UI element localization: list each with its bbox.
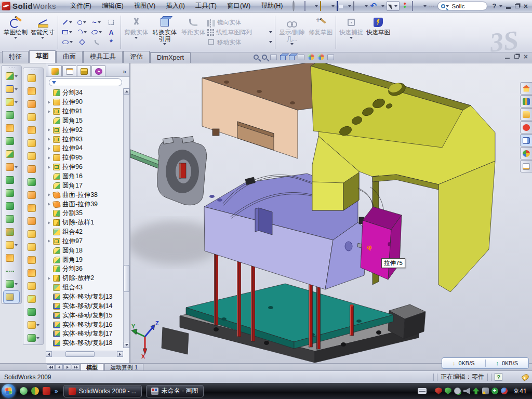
menu-item[interactable]: 工具(T) — [191, 1, 221, 11]
smart-dimension-button[interactable]: 智能尺寸 — [29, 14, 56, 51]
toolbar-button[interactable] — [23, 163, 43, 176]
feature-tree-item[interactable]: 分割36 — [48, 264, 124, 274]
display-delete-relations-button[interactable]: 显示/删除几... — [277, 14, 307, 51]
select-dropdown-icon[interactable] — [394, 5, 397, 7]
tray-icon[interactable] — [445, 388, 451, 394]
dropdown-icon[interactable] — [36, 337, 39, 339]
command-tab[interactable]: 草图 — [29, 50, 56, 63]
tray-icon[interactable] — [473, 388, 480, 394]
toolbar-button[interactable] — [23, 215, 43, 228]
menu-item[interactable]: 帮助(H) — [256, 1, 287, 11]
tray-icon[interactable] — [463, 388, 470, 394]
feature-tree-item[interactable]: 切除-放样1 — [48, 218, 124, 228]
scroll-right-button[interactable] — [117, 351, 123, 357]
toolbar-button[interactable] — [2, 96, 21, 109]
quick-launch-icon[interactable] — [43, 387, 50, 395]
rectangle-dropdown-icon[interactable] — [69, 31, 72, 33]
keyboard-layout-icon[interactable] — [418, 388, 427, 394]
save-dropdown-icon[interactable] — [348, 5, 351, 7]
task-pane-tab[interactable] — [520, 147, 532, 159]
search-dropdown-icon[interactable] — [446, 5, 449, 7]
expand-arrow-icon[interactable] — [48, 277, 53, 280]
search-input[interactable]: Solic — [451, 3, 464, 9]
task-button[interactable]: SolidWorks 2009 - ... — [63, 385, 142, 397]
toolbar-button[interactable] — [2, 187, 21, 200]
toolbar-button[interactable] — [2, 225, 21, 238]
slot-tool[interactable] — [61, 38, 74, 46]
toolbar-button[interactable] — [23, 280, 43, 292]
feature-tree-item[interactable]: 拉伸94 — [48, 144, 124, 153]
view-tool-icon[interactable] — [262, 55, 267, 60]
feature-tree-item[interactable]: 拉伸96 — [48, 163, 124, 172]
prev-tab-button[interactable] — [55, 364, 63, 370]
feature-tree-item[interactable]: 实体-移动/复制18 — [48, 339, 124, 348]
toolbar-button[interactable] — [2, 174, 21, 187]
toolbar-button[interactable] — [23, 292, 43, 305]
feature-tree-item[interactable]: 实体-移动/复制15 — [48, 311, 124, 320]
toolbar-button[interactable] — [2, 251, 21, 264]
dropdown-icon[interactable] — [15, 101, 18, 103]
next-tab-button[interactable] — [63, 364, 71, 370]
toolbar-button[interactable] — [2, 122, 21, 135]
tray-icon[interactable] — [435, 388, 442, 394]
feature-tree-item[interactable]: 拉伸97 — [48, 237, 124, 246]
view-tool-icon[interactable] — [327, 55, 334, 60]
feature-tree-item[interactable]: 拉伸90 — [48, 98, 124, 107]
toolbar-button[interactable] — [23, 85, 43, 98]
rapid-sketch-button[interactable]: 快速草图 — [365, 14, 392, 51]
document-tab[interactable]: 模型 — [81, 364, 103, 370]
expand-arrow-icon[interactable] — [48, 138, 53, 141]
start-button[interactable] — [2, 384, 16, 398]
toolbar-button[interactable] — [23, 228, 43, 241]
tray-icon[interactable] — [491, 388, 498, 394]
task-pane-tab[interactable] — [520, 160, 532, 172]
toolbar-button[interactable] — [2, 135, 21, 148]
command-tab[interactable]: 模具工具 — [83, 51, 123, 63]
move-entities-button[interactable]: 移动实体 — [207, 38, 273, 47]
tab-configuration-manager[interactable] — [77, 65, 91, 76]
doc-minimize-icon[interactable] — [505, 58, 510, 59]
ellipse-tool[interactable] — [90, 28, 103, 36]
toolbar-button[interactable] — [23, 202, 43, 215]
scroll-up-button[interactable] — [124, 88, 129, 95]
ellipse-dropdown-icon[interactable] — [99, 31, 102, 33]
last-tab-button[interactable] — [72, 364, 79, 370]
feature-tree-item[interactable]: 拉伸95 — [48, 153, 124, 163]
scroll-down-button[interactable] — [124, 342, 129, 348]
tree-horizontal-scrollbar[interactable] — [46, 351, 123, 357]
tray-icon[interactable] — [482, 388, 489, 394]
menu-item[interactable]: 文件(F) — [65, 1, 96, 11]
open-dropdown-icon[interactable] — [331, 5, 335, 7]
expand-arrow-icon[interactable] — [48, 240, 53, 243]
line-tool[interactable] — [61, 18, 74, 26]
first-tab-button[interactable] — [47, 364, 55, 370]
command-tab[interactable]: DimXpert — [150, 52, 191, 63]
task-pane-tab[interactable] — [520, 82, 532, 95]
sketch-button[interactable]: 草图绘制 — [2, 14, 29, 51]
quick-tips-button[interactable]: ? — [495, 373, 502, 381]
save-icon[interactable] — [337, 1, 338, 11]
toolbar-button[interactable] — [23, 318, 43, 331]
toolbar-button[interactable] — [23, 305, 43, 318]
tab-feature-tree[interactable] — [48, 65, 62, 76]
feature-tree-item[interactable]: 组合43 — [48, 283, 124, 292]
expand-arrow-icon[interactable] — [48, 203, 53, 206]
feature-tree-item[interactable]: 切除-放样2 — [48, 274, 124, 283]
toolbar-button[interactable] — [2, 264, 21, 277]
convert-dropdown-icon[interactable] — [163, 43, 166, 45]
panel-expand-icon[interactable]: » — [121, 68, 128, 76]
options-icon[interactable] — [412, 1, 413, 11]
feature-tree-item[interactable]: 分割34 — [48, 88, 124, 98]
select-tool[interactable] — [387, 1, 400, 11]
undo-icon[interactable]: ↶ — [370, 2, 379, 10]
convert-entities-button[interactable]: 转换实体引用 — [150, 14, 180, 51]
feature-tree-item[interactable]: 圆角19 — [48, 255, 124, 264]
expand-arrow-icon[interactable] — [48, 156, 53, 159]
command-tab[interactable]: 特征 — [2, 51, 29, 63]
doc-close-icon[interactable]: × — [524, 54, 528, 60]
expand-arrow-icon[interactable] — [48, 128, 53, 131]
view-tool-icon[interactable] — [308, 54, 314, 60]
dropdown-icon[interactable] — [15, 88, 18, 90]
task-button[interactable]: 未命名 - 画图 — [146, 385, 204, 397]
arc-tool[interactable] — [75, 28, 89, 36]
